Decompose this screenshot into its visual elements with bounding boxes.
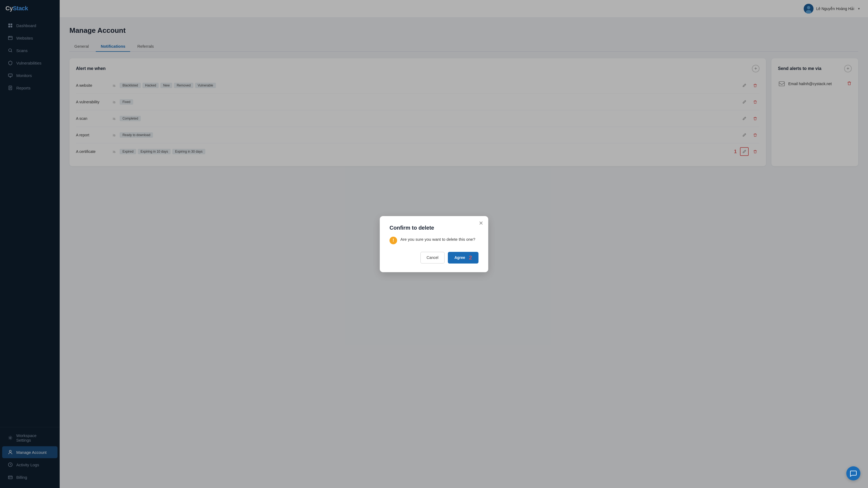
modal-title: Confirm to delete: [390, 225, 478, 231]
chat-button[interactable]: [846, 466, 860, 480]
agree-button[interactable]: Agree 2: [448, 252, 478, 263]
modal-close-button[interactable]: ✕: [479, 220, 484, 226]
modal-overlay[interactable]: Confirm to delete ✕ ! Are you sure you w…: [0, 0, 868, 488]
cancel-button[interactable]: Cancel: [421, 252, 445, 263]
confirm-delete-modal: Confirm to delete ✕ ! Are you sure you w…: [380, 216, 488, 272]
warning-icon: !: [390, 237, 397, 244]
modal-message: Are you sure you want to delete this one…: [400, 236, 475, 242]
modal-body: ! Are you sure you want to delete this o…: [390, 236, 478, 244]
step-2-label: 2: [469, 255, 472, 261]
modal-actions: Cancel Agree 2: [390, 252, 478, 263]
agree-label: Agree: [454, 255, 465, 260]
